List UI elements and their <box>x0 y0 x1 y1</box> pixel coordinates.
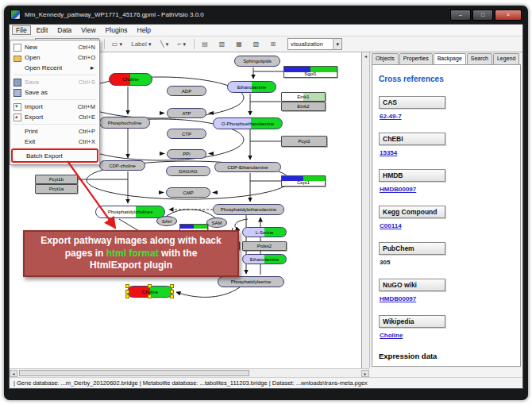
node-ethanolamine-2[interactable]: Ethanolamine <box>242 254 287 264</box>
datanode-tool-dropdown[interactable]: ▭▼ <box>110 39 126 49</box>
node-dag-ag[interactable]: DAG/AG <box>166 166 210 176</box>
xref-value-nugo-wiki[interactable]: HMDB00097 <box>380 295 514 302</box>
menubar-item-plugins[interactable]: Plugins <box>102 25 132 35</box>
align-center-button[interactable]: ▤ <box>199 39 210 49</box>
node-pcyt1b[interactable]: Pcyt1b <box>35 175 78 184</box>
stack-horizontal-button[interactable]: ▦ <box>233 39 245 49</box>
node-phosphocholine[interactable]: Phosphocholine <box>99 117 150 129</box>
node-pcyt2[interactable]: Pcyt2 <box>281 136 327 147</box>
node-ptdss2[interactable]: Ptdss2 <box>242 241 287 251</box>
selection-handle[interactable] <box>170 290 174 294</box>
menu-item-print[interactable]: PrintCtrl+P <box>11 126 98 137</box>
align-middle-button[interactable]: ▥ <box>217 39 228 49</box>
tab-properties[interactable]: Properties <box>399 53 433 64</box>
node-pcyt1a[interactable]: Pcyt1a <box>35 184 78 194</box>
menu-item-export[interactable]: ExportCtrl+E <box>11 112 98 122</box>
node-phosphatidylserine[interactable]: Phosphatidylserine <box>218 276 284 287</box>
menubar-item-edit[interactable]: Edit <box>33 25 52 35</box>
titlebar[interactable]: Mm_Kennedy_pathway_WP1771_45176.gpml - P… <box>4 6 528 24</box>
visualization-value: visualization <box>291 40 323 48</box>
tab-legend[interactable]: Legend <box>493 53 519 64</box>
node-sgpl1[interactable]: Sgpl1 <box>283 66 337 78</box>
node-atp[interactable]: ATP <box>167 108 206 118</box>
menubar-item-view[interactable]: View <box>77 25 99 35</box>
menubar: FileEditDataViewPluginsHelp <box>10 25 522 37</box>
menubar-item-data[interactable]: Data <box>53 25 75 35</box>
node-phosphatidylcholines[interactable]: Phosphatidylcholines <box>95 206 165 218</box>
node-etnk1[interactable]: Etnk1 <box>281 92 326 102</box>
menu-item-spacer <box>13 138 21 146</box>
xref-value-wikipedia[interactable]: Choline <box>380 332 514 339</box>
maximize-button[interactable]: □ <box>472 10 493 21</box>
node-choline[interactable]: Choline <box>109 73 152 86</box>
scrollbar-thumb[interactable] <box>19 370 249 376</box>
node-label: Cept1 <box>297 180 310 185</box>
selection-handle[interactable] <box>148 284 152 288</box>
line-tool-dropdown[interactable]: ╲▼ <box>158 39 172 49</box>
menu-separator <box>13 124 96 125</box>
node-ethanolamine[interactable]: Ethanolamine <box>227 81 276 93</box>
node-etnk2[interactable]: Etnk2 <box>281 102 326 111</box>
menubar-item-help[interactable]: Help <box>133 25 155 35</box>
print-preview-button[interactable]: ⊞ <box>268 39 278 49</box>
scroll-left-icon[interactable]: ◄ <box>10 370 17 377</box>
menubar-item-file[interactable]: File <box>12 25 31 35</box>
menu-item-save-as[interactable]: Save as <box>11 87 98 98</box>
node-sah[interactable]: SAH <box>156 216 177 226</box>
horizontal-scrollbar[interactable]: ◄ ► <box>10 368 369 377</box>
selection-handle[interactable] <box>148 294 152 298</box>
tab-search[interactable]: Search <box>467 53 492 64</box>
node-cdp-ethanolamine[interactable]: CDP-Ethanolamine <box>214 162 281 172</box>
node-label: Phosphatidylethanolamine <box>221 207 276 212</box>
node-cmp[interactable]: CMP <box>166 187 210 198</box>
menu-item-open-recent[interactable]: Open Recent► <box>11 63 98 73</box>
menu-item-new[interactable]: NewCtrl+N <box>11 42 98 52</box>
chevron-down-icon[interactable]: ▼ <box>118 42 123 47</box>
selection-handle[interactable] <box>170 284 174 288</box>
node-cept1[interactable]: Cept1 <box>281 175 326 187</box>
node-o-phosphoethanolamine[interactable]: O-Phosphoethanolamine <box>213 117 283 129</box>
tab-backpage[interactable]: Backpage <box>434 53 466 64</box>
scroll-right-icon[interactable]: ► <box>361 370 369 377</box>
node-adp[interactable]: ADP <box>167 86 206 96</box>
chevron-down-icon[interactable]: ▼ <box>333 39 341 49</box>
menu-item-batch-export[interactable]: Batch Export <box>11 148 98 163</box>
close-button[interactable]: × <box>495 10 522 21</box>
node-ppi[interactable]: PPi <box>167 149 206 159</box>
connector-tool-dropdown[interactable]: ⌐▼ <box>175 39 190 49</box>
node-l-serine[interactable]: L-Serine <box>242 227 287 237</box>
panel-splitter[interactable]: ◄ <box>362 52 370 368</box>
selection-handle[interactable] <box>170 294 174 298</box>
xref-value-cas[interactable]: 62-49-7 <box>380 113 514 120</box>
node-sam[interactable]: SAM <box>206 217 227 228</box>
xref-value-kegg-compound[interactable]: C00114 <box>380 222 514 229</box>
selection-handle[interactable] <box>125 290 129 294</box>
chevron-down-icon[interactable]: ▼ <box>165 42 170 47</box>
node-sphingolipids[interactable]: Sphingolipids <box>234 56 280 67</box>
visualization-combobox[interactable]: visualization ▼ <box>287 38 342 50</box>
tab-objects[interactable]: Objects <box>372 53 399 64</box>
chevron-down-icon[interactable]: ▼ <box>182 42 187 47</box>
menu-item-save[interactable]: SaveCtrl+S <box>11 77 98 87</box>
menu-item-exit[interactable]: ExitCtrl+X <box>11 137 98 147</box>
stack-vertical-button[interactable]: ▧ <box>251 39 262 49</box>
node-phosphatidylethanolamine[interactable]: Phosphatidylethanolamine <box>213 204 284 215</box>
menu-item-import[interactable]: ImportCtrl+M <box>11 102 98 112</box>
new-document-icon <box>13 44 21 52</box>
node-ctp[interactable]: CTP <box>167 129 206 139</box>
menu-item-open[interactable]: OpenCtrl+O <box>11 52 98 63</box>
selection-handle[interactable] <box>125 294 129 298</box>
node-label: Ethanolamine <box>237 85 267 90</box>
label-tool-dropdown[interactable]: Label▼ <box>129 39 155 49</box>
node-label: ADP <box>182 89 191 94</box>
chevron-down-icon[interactable]: ▼ <box>148 42 152 47</box>
selection-handle[interactable] <box>125 284 129 288</box>
minimize-button[interactable]: – <box>450 10 471 21</box>
xref-value-chebi[interactable]: 15354 <box>380 149 514 156</box>
node-cdp-choline[interactable]: CDP-choline <box>99 160 145 171</box>
xref-value-hmdb[interactable]: HMDB00097 <box>380 186 514 193</box>
node-label: ATP <box>182 111 191 116</box>
status-text: | Gene database: ...m_Derby_20120602.bri… <box>13 379 368 387</box>
node-choline-selected[interactable]: Choline <box>127 286 173 298</box>
node-label: Phosphatidylserine <box>231 279 272 284</box>
